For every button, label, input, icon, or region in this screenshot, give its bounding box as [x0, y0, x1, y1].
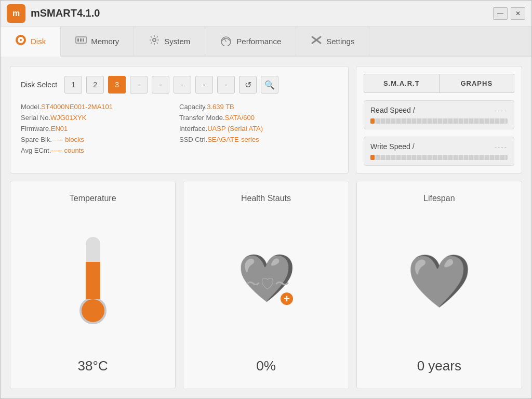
disk-tab-icon [15, 34, 26, 48]
firmware-label: Firmware. [21, 125, 51, 132]
svg-point-2 [20, 39, 22, 41]
title-bar: m mSMART4.1.0 — ✕ [1, 1, 531, 26]
avgecnt-row: Avg ECnt. ----- counts [21, 147, 179, 154]
interface-label: Interface. [179, 125, 207, 132]
graphs-button[interactable]: GRAPHS [440, 74, 515, 93]
disk-btn-5[interactable]: - [152, 76, 169, 94]
disk-btn-7[interactable]: - [195, 76, 213, 94]
transfer-row: Transfer Mode. SATA/600 [179, 114, 338, 122]
smart-panel: S.M.A.R.T GRAPHS Read Speed / ---- Write… [356, 66, 522, 174]
firmware-value: EN01 [51, 125, 68, 132]
capacity-value: 3.639 TB [207, 103, 234, 111]
tab-disk[interactable]: Disk [1, 26, 61, 57]
disk-select-row: Disk Select 1 2 3 - - - - - ↺ 🔍 [21, 76, 338, 94]
disk-btn-2[interactable]: 2 [86, 76, 104, 94]
tab-settings[interactable]: Settings [296, 26, 369, 56]
temperature-title: Temperature [21, 194, 165, 203]
disk-search-button[interactable]: 🔍 [261, 76, 278, 94]
read-speed-fill [370, 118, 375, 124]
memory-tab-icon [75, 35, 87, 47]
spare-label: Spare Blk. [21, 136, 52, 143]
write-speed-bar [370, 155, 508, 160]
transfer-label: Transfer Mode. [179, 114, 225, 122]
ssdctrl-row: SSD Ctrl. SEAGATE-series [179, 136, 338, 143]
spare-row: Spare Blk. ----- blocks [21, 136, 179, 143]
serial-value: WJG01XYK [50, 114, 86, 122]
model-row: Model. ST4000NE001-2MA101 [21, 103, 179, 111]
tab-performance[interactable]: Performance [205, 26, 296, 56]
disk-select-label: Disk Select [21, 81, 57, 89]
minimize-button[interactable]: — [493, 7, 508, 20]
read-speed-value: ---- [495, 107, 508, 114]
disk-refresh-button[interactable]: ↺ [239, 76, 257, 94]
health-plus-icon: + [279, 291, 295, 307]
model-value: ST4000NE001-2MA101 [41, 103, 113, 111]
write-speed-header: Write Speed / ---- [370, 142, 508, 151]
thermometer [79, 237, 107, 324]
read-speed-label: Read Speed / [370, 106, 415, 114]
capacity-label: Capacity. [179, 103, 207, 111]
tab-disk-label: Disk [31, 37, 46, 46]
capacity-row: Capacity. 3.639 TB [179, 103, 338, 111]
disk-panel: Disk Select 1 2 3 - - - - - ↺ 🔍 Model. S… [10, 66, 349, 174]
disk-btn-6[interactable]: - [174, 76, 191, 94]
tab-memory-label: Memory [91, 37, 119, 46]
main-content: Disk Select 1 2 3 - - - - - ↺ 🔍 Model. S… [1, 57, 531, 398]
health-icon: 🩶 〜♡〜 + [237, 255, 295, 307]
disk-btn-4[interactable]: - [130, 76, 148, 94]
settings-tab-icon [311, 34, 322, 48]
smart-buttons: S.M.A.R.T GRAPHS [364, 74, 514, 93]
avgecnt-label: Avg ECnt. [21, 147, 51, 154]
write-speed-fill [370, 155, 375, 160]
temperature-icon-area [79, 208, 107, 353]
disk-btn-1[interactable]: 1 [64, 76, 82, 94]
svg-rect-4 [77, 38, 79, 42]
svg-point-7 [153, 38, 156, 42]
ssdctrl-label: SSD Ctrl. [179, 136, 207, 143]
read-speed-header: Read Speed / ---- [370, 106, 508, 114]
read-speed-bar [370, 118, 508, 124]
tab-settings-label: Settings [326, 37, 354, 46]
spare-value: ----- blocks [52, 136, 84, 143]
main-window: m mSMART4.1.0 — ✕ Disk Memory System [0, 0, 532, 399]
svg-rect-5 [80, 38, 82, 42]
performance-tab-icon [220, 34, 232, 48]
lifespan-heart-icon: 🩶 [407, 255, 472, 307]
lifespan-card: Lifespan 🩶 0 years [356, 181, 522, 389]
tab-performance-label: Performance [236, 37, 281, 46]
ssdctrl-value: SEAGATE-series [207, 136, 259, 143]
smart-button[interactable]: S.M.A.R.T [364, 74, 440, 93]
health-title: Health Stauts [194, 194, 338, 203]
health-value: 0% [256, 358, 276, 374]
thermo-fill [86, 262, 100, 299]
disk-btn-8[interactable]: - [217, 76, 235, 94]
disk-btn-3[interactable]: 3 [108, 76, 126, 94]
lifespan-value: 0 years [417, 358, 461, 374]
svg-rect-6 [83, 38, 84, 42]
interface-value: UASP (Serial ATA) [207, 125, 263, 132]
close-button[interactable]: ✕ [511, 7, 525, 20]
serial-label: Serial No. [21, 114, 50, 122]
thermo-bulb [79, 297, 107, 324]
health-card: Health Stauts 🩶 〜♡〜 + 0% [183, 181, 349, 389]
read-speed-block: Read Speed / ---- [364, 100, 514, 129]
write-speed-block: Write Speed / ---- [364, 137, 514, 166]
app-logo: m [7, 4, 25, 23]
write-speed-value: ---- [495, 143, 508, 151]
bottom-section: Temperature 38°C Health Stauts 🩶 [10, 181, 522, 389]
heartbeat-icon: 〜♡〜 [246, 274, 289, 294]
avgecnt-value: ----- counts [51, 147, 84, 154]
tab-bar: Disk Memory System Performance Settings [1, 26, 531, 57]
lifespan-title: Lifespan [367, 194, 511, 203]
system-tab-icon [149, 34, 160, 48]
window-controls: — ✕ [493, 7, 525, 20]
interface-row: Interface. UASP (Serial ATA) [179, 125, 338, 132]
tab-memory[interactable]: Memory [61, 26, 134, 56]
transfer-value: SATA/600 [225, 114, 255, 122]
tab-system[interactable]: System [134, 26, 205, 56]
app-title: mSMART4.1.0 [31, 7, 100, 19]
write-speed-label: Write Speed / [370, 142, 415, 151]
temperature-value: 38°C [78, 358, 108, 374]
thermo-tube [86, 237, 100, 299]
top-section: Disk Select 1 2 3 - - - - - ↺ 🔍 Model. S… [10, 66, 522, 174]
